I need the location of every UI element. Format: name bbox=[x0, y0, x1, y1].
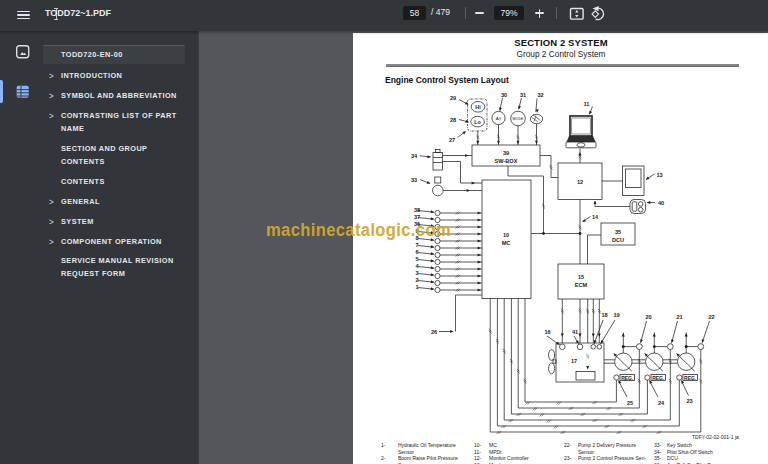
svg-text:18: 18 bbox=[601, 312, 607, 318]
svg-text:Hi: Hi bbox=[475, 104, 481, 110]
svg-text:Lo: Lo bbox=[474, 119, 481, 125]
svg-text:1: 1 bbox=[415, 284, 418, 290]
svg-text:5: 5 bbox=[415, 256, 418, 262]
svg-text:A/I: A/I bbox=[496, 116, 501, 121]
svg-text:14: 14 bbox=[592, 214, 598, 220]
svg-text:22: 22 bbox=[708, 314, 714, 320]
svg-text:21: 21 bbox=[676, 314, 682, 320]
svg-text:11: 11 bbox=[584, 101, 590, 107]
svg-text:2: 2 bbox=[415, 277, 418, 283]
svg-text:29: 29 bbox=[450, 95, 456, 101]
svg-text:35: 35 bbox=[615, 229, 621, 235]
svg-text:32: 32 bbox=[537, 92, 543, 98]
svg-text:20: 20 bbox=[645, 314, 651, 320]
svg-text:25: 25 bbox=[627, 400, 633, 406]
svg-text:23: 23 bbox=[686, 398, 692, 404]
svg-text:27: 27 bbox=[449, 137, 455, 143]
svg-text:30: 30 bbox=[501, 92, 507, 98]
svg-text:10: 10 bbox=[503, 232, 509, 238]
svg-text:SW-BOX: SW-BOX bbox=[495, 158, 518, 164]
svg-text:28: 28 bbox=[450, 117, 456, 123]
svg-text:13: 13 bbox=[656, 172, 662, 178]
svg-text:7: 7 bbox=[415, 242, 418, 248]
svg-text:24: 24 bbox=[658, 400, 665, 406]
svg-text:33: 33 bbox=[411, 177, 417, 183]
svg-text:34: 34 bbox=[411, 153, 418, 159]
svg-text:26: 26 bbox=[431, 329, 437, 335]
svg-text:40: 40 bbox=[658, 200, 664, 206]
svg-text:REG.: REG. bbox=[684, 375, 697, 381]
svg-text:17: 17 bbox=[571, 358, 577, 364]
svg-text:41: 41 bbox=[572, 329, 578, 335]
svg-text:31: 31 bbox=[520, 92, 526, 98]
svg-text:3: 3 bbox=[415, 270, 418, 276]
svg-text:16: 16 bbox=[544, 329, 550, 335]
svg-text:REG.: REG. bbox=[621, 375, 634, 381]
svg-text:ECM: ECM bbox=[575, 282, 588, 288]
svg-text:REG.: REG. bbox=[652, 375, 665, 381]
svg-text:15: 15 bbox=[578, 274, 584, 280]
svg-text:MODE: MODE bbox=[512, 117, 524, 121]
svg-text:39: 39 bbox=[503, 150, 509, 156]
svg-text:12: 12 bbox=[577, 179, 583, 185]
svg-text:MC: MC bbox=[502, 240, 511, 246]
svg-text:19: 19 bbox=[613, 312, 619, 318]
svg-text:38: 38 bbox=[414, 207, 420, 213]
svg-text:DCU: DCU bbox=[612, 237, 624, 243]
svg-text:4: 4 bbox=[415, 263, 419, 269]
svg-text:6: 6 bbox=[415, 249, 418, 255]
